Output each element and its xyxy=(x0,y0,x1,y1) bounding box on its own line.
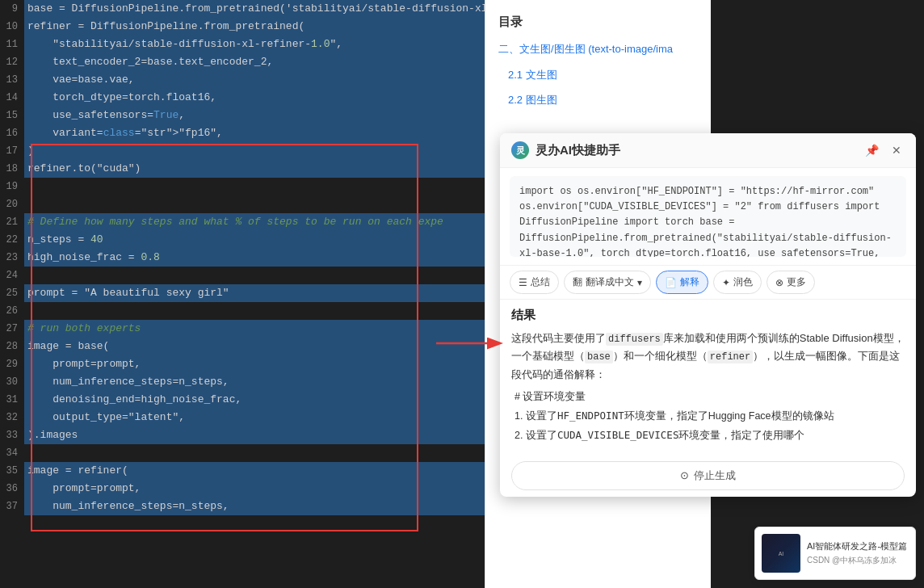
code-line: 27# run both experts xyxy=(0,320,485,338)
line-number: 32 xyxy=(0,409,24,426)
line-number: 22 xyxy=(0,231,24,249)
pin-button[interactable]: 📌 xyxy=(862,142,882,158)
translate-button[interactable]: 翻 翻译成中文 ▾ xyxy=(564,271,651,294)
ai-result-text: 这段代码主要使用了diffusers库来加载和使用两个预训练的Stable Di… xyxy=(511,330,905,384)
ai-panel-actions: 📌 ✕ xyxy=(862,142,905,158)
line-content: n_steps = 40 xyxy=(24,231,485,249)
line-number: 26 xyxy=(0,302,24,320)
summary-icon: ☰ xyxy=(519,277,527,288)
line-number: 33 xyxy=(0,426,24,444)
line-content: num_inference_steps=n_steps, xyxy=(24,373,485,391)
summary-button[interactable]: ☰ 总结 xyxy=(510,271,559,294)
list-item-0: 1. 设置了HF_ENDPOINT环境变量，指定了Hugging Face模型的… xyxy=(514,408,905,424)
line-content: # run both experts xyxy=(24,320,485,338)
translate-label: 翻译成中文 xyxy=(586,275,634,289)
line-content: "stabilityai/stable-diffusion-xl-refiner… xyxy=(24,36,485,53)
bottom-card-thumbnail: AI xyxy=(762,534,800,573)
close-button[interactable]: ✕ xyxy=(888,142,905,158)
stop-generate-button[interactable]: ⊙ 停止生成 xyxy=(511,461,905,490)
line-number: 18 xyxy=(0,160,24,178)
code-line: 9base = DiffusionPipeline.from_pretraine… xyxy=(0,0,485,18)
explain-label: 解释 xyxy=(680,275,699,289)
code-line: 28image = base( xyxy=(0,338,485,355)
summary-label: 总结 xyxy=(531,275,550,289)
code-line: 37 num_inference_steps=n_steps, xyxy=(0,498,485,515)
line-number: 23 xyxy=(0,249,24,267)
line-content: refiner.to("cuda") xyxy=(24,160,485,178)
line-content: high_noise_frac = 0.8 xyxy=(24,249,485,267)
more-button[interactable]: ⊗ 更多 xyxy=(766,271,815,294)
line-content: ).images xyxy=(24,426,485,444)
code-line: 17) xyxy=(0,142,485,160)
code-line: 32 output_type="latent", xyxy=(0,409,485,426)
line-number: 15 xyxy=(0,107,24,124)
stop-icon: ⊙ xyxy=(680,469,689,481)
bottom-card-title: AI智能体研发之路-模型篇 xyxy=(807,540,907,552)
ai-panel-header: 灵 灵办AI快捷助手 📌 ✕ xyxy=(500,133,916,168)
polish-label: 润色 xyxy=(733,275,753,289)
line-content: base = DiffusionPipeline.from_pretrained… xyxy=(24,0,485,18)
line-number: 37 xyxy=(0,498,24,515)
ai-result-title: 结果 xyxy=(511,308,905,323)
polish-button[interactable]: ✦ 润色 xyxy=(713,271,762,294)
line-number: 11 xyxy=(0,36,24,53)
bottom-card-text: AI智能体研发之路-模型篇 CSDN @中杯乌冻多加冰 xyxy=(807,540,907,566)
stop-label: 停止生成 xyxy=(694,468,736,483)
line-number: 25 xyxy=(0,284,24,302)
line-number: 31 xyxy=(0,391,24,409)
toc-item-0[interactable]: 二、文生图/图生图 (text-to-image/ima xyxy=(485,36,711,62)
ai-panel-title: 灵办AI快捷助手 xyxy=(536,143,862,158)
toc-item-1[interactable]: 2.1 文生图 xyxy=(485,62,711,88)
explain-icon: 📄 xyxy=(665,277,677,288)
ai-logo: 灵 xyxy=(511,141,529,159)
code-line: 12 text_encoder_2=base.text_encoder_2, xyxy=(0,53,485,71)
line-content: prompt = "A beautiful sexy girl" xyxy=(24,284,485,302)
code-line: 26 xyxy=(0,302,485,320)
code-line: 21# Define how many steps and what % of … xyxy=(0,213,485,231)
ai-result-list: # 设置环境变量 1. 设置了HF_ENDPOINT环境变量，指定了Huggin… xyxy=(511,388,905,443)
line-number: 36 xyxy=(0,480,24,498)
list-item-1: 2. 设置了CUDA_VISIBLE_DEVICES环境变量，指定了使用哪个 xyxy=(514,427,905,443)
polish-icon: ✦ xyxy=(722,277,730,288)
line-content: ) xyxy=(24,142,485,160)
line-number: 21 xyxy=(0,213,24,231)
code-line: 22n_steps = 40 xyxy=(0,231,485,249)
translate-icon: 翻 xyxy=(573,275,582,289)
toc-title: 目录 xyxy=(485,8,711,36)
line-content: text_encoder_2=base.text_encoder_2, xyxy=(24,53,485,71)
ai-result-text-content: 这段代码主要使用了diffusers库来加载和使用两个预训练的Stable Di… xyxy=(511,332,905,380)
code-line: 14 torch_dtype=torch.float16, xyxy=(0,89,485,107)
line-content: refiner = DiffusionPipeline.from_pretrai… xyxy=(24,18,485,36)
line-content: image = refiner( xyxy=(24,462,485,480)
code-line: 10refiner = DiffusionPipeline.from_pretr… xyxy=(0,18,485,36)
more-icon: ⊗ xyxy=(775,277,783,288)
section-title: # 设置环境变量 xyxy=(514,388,905,405)
code-line: 31 denoising_end=high_noise_frac, xyxy=(0,391,485,409)
line-number: 30 xyxy=(0,373,24,391)
code-line: 25prompt = "A beautiful sexy girl" xyxy=(0,284,485,302)
thumbnail-text: AI xyxy=(779,551,784,556)
more-label: 更多 xyxy=(787,275,806,289)
line-number: 29 xyxy=(0,355,24,373)
line-content: denoising_end=high_noise_frac, xyxy=(24,391,485,409)
code-line: 35image = refiner( xyxy=(0,462,485,480)
line-content: prompt=prompt, xyxy=(24,480,485,498)
bottom-card-author: CSDN @中杯乌冻多加冰 xyxy=(807,555,907,566)
toc-item-2[interactable]: 2.2 图生图 xyxy=(485,87,711,113)
line-number: 17 xyxy=(0,142,24,160)
line-content: torch_dtype=torch.float16, xyxy=(24,89,485,107)
explain-button[interactable]: 📄 解释 xyxy=(656,271,708,294)
line-number: 35 xyxy=(0,462,24,480)
ai-toolbar: ☰ 总结 翻 翻译成中文 ▾ 📄 解释 ✦ 润色 ⊗ 更多 xyxy=(500,265,916,300)
line-number: 9 xyxy=(0,0,24,18)
code-line: 18refiner.to("cuda") xyxy=(0,160,485,178)
ai-panel: 灵 灵办AI快捷助手 📌 ✕ import os os.environ["HF_… xyxy=(500,133,916,497)
code-line: 33).images xyxy=(0,426,485,444)
line-content: vae=base.vae, xyxy=(24,71,485,89)
code-line: 36 prompt=prompt, xyxy=(0,480,485,498)
code-panel: 9base = DiffusionPipeline.from_pretraine… xyxy=(0,0,485,588)
line-content: use_safetensors=True, xyxy=(24,107,485,124)
translate-dropdown-icon: ▾ xyxy=(637,277,642,288)
code-line: 30 num_inference_steps=n_steps, xyxy=(0,373,485,391)
code-area: 9base = DiffusionPipeline.from_pretraine… xyxy=(0,0,485,515)
